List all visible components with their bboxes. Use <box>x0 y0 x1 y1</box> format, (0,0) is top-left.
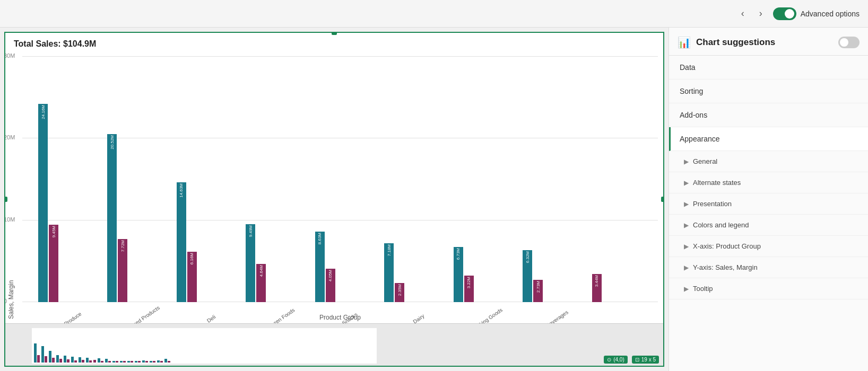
chart-suggestions-toggle[interactable] <box>838 37 860 48</box>
advanced-options-label: Advanced options <box>801 10 860 18</box>
mini-teal-extra-9 <box>164 359 167 363</box>
mini-purple-extra-0 <box>101 361 103 363</box>
bar-group-7: 6.32M2.73MBeverages <box>523 56 588 302</box>
gridline-label-20m: 20M <box>5 134 15 140</box>
sub-item-general[interactable]: ▶ General <box>669 151 868 172</box>
mini-teal-bar-6 <box>79 357 81 363</box>
mini-teal-extra-7 <box>150 361 152 363</box>
category-label-3: Frozen Foods <box>265 307 296 323</box>
mini-bar-group-3 <box>56 355 62 363</box>
menu-item-appearance[interactable]: Appearance <box>669 127 868 151</box>
mini-purple-bar-1 <box>45 356 47 363</box>
teal-bar-0[interactable]: 24.16M <box>38 104 48 302</box>
teal-bar-4[interactable]: 8.63M <box>315 232 325 302</box>
purple-bar-5[interactable]: 2.35M <box>395 283 404 302</box>
mini-purple-extra-6 <box>145 361 148 363</box>
mini-purple-extra-7 <box>153 361 155 363</box>
sub-item-alternate-states[interactable]: ▶ Alternate states <box>669 172 868 193</box>
gridline-label-30m: 30M <box>5 52 15 59</box>
mini-bar-extra-5 <box>135 361 141 363</box>
chevron-right-icon: ▶ <box>684 179 689 187</box>
sub-item-x-axis-label: X-axis: Product Group <box>693 242 761 250</box>
size-badge: ⊡ 19 x 5 <box>632 356 659 364</box>
mini-teal-extra-8 <box>157 360 160 363</box>
mini-bar-extra-1 <box>105 359 111 363</box>
chevron-right-icon: ▶ <box>684 222 689 229</box>
menu-item-data[interactable]: Data <box>669 56 868 80</box>
sub-item-presentation[interactable]: ▶ Presentation <box>669 193 868 215</box>
mini-bar-group-6 <box>79 357 84 363</box>
chart-container: Total Sales: $104.9M Sales, Margin 30M 2… <box>4 32 664 367</box>
mini-bar-extra-7 <box>150 361 155 363</box>
sub-item-general-label: General <box>693 157 717 165</box>
nav-forward-button[interactable]: › <box>755 6 767 21</box>
mini-bar-group-5 <box>71 357 77 363</box>
menu-item-appearance-label: Appearance <box>680 135 720 143</box>
mini-teal-bar-5 <box>71 357 74 363</box>
category-label-0: Produce <box>63 311 83 323</box>
sub-item-alternate-states-label: Alternate states <box>693 179 741 187</box>
teal-bar-7[interactable]: 6.32M <box>523 250 532 302</box>
status-bar: ⊙ (4,0) ⊡ 19 x 5 <box>604 356 659 364</box>
mini-bar-group-4 <box>64 356 70 363</box>
grid-icon: ⊡ <box>635 357 639 363</box>
purple-bar-2[interactable]: 6.16M <box>187 252 197 302</box>
teal-bar-2[interactable]: 14.63M <box>177 182 186 302</box>
mini-teal-extra-1 <box>105 359 108 363</box>
purple-bar-8[interactable]: 3.44M <box>592 274 602 302</box>
sub-item-colors-legend-label: Colors and legend <box>693 221 749 229</box>
bar-group-3: 9.49M4.64MFrozen Foods <box>246 56 311 302</box>
category-label-5: Dairy <box>412 313 426 323</box>
coords-text: (4,0) <box>613 357 624 363</box>
purple-bar-0[interactable]: 9.45M <box>49 225 58 302</box>
mini-bar-extra-2 <box>112 361 118 363</box>
purple-bar-6[interactable]: 3.22M <box>464 276 474 302</box>
menu-item-sorting[interactable]: Sorting <box>669 80 868 103</box>
menu-item-sorting-label: Sorting <box>680 87 703 95</box>
purple-bar-1[interactable]: 7.72M <box>118 239 127 302</box>
resize-handle-top[interactable] <box>332 32 337 35</box>
mini-bars-area <box>32 328 377 364</box>
mini-purple-bar-6 <box>82 360 84 363</box>
chevron-right-icon: ▶ <box>684 200 689 208</box>
sub-item-tooltip[interactable]: ▶ Tooltip <box>669 278 868 299</box>
main-content: Total Sales: $104.9M Sales, Margin 30M 2… <box>0 28 868 371</box>
teal-bar-5[interactable]: 7.18M <box>384 243 394 302</box>
mini-bar-group-2 <box>49 351 55 363</box>
mini-teal-bar-1 <box>41 346 44 363</box>
mini-bar-extra-0 <box>98 358 103 363</box>
chevron-right-icon: ▶ <box>684 243 689 250</box>
mini-purple-bar-8 <box>93 360 96 363</box>
purple-bar-3[interactable]: 4.64M <box>256 264 266 302</box>
mini-teal-bar-0 <box>34 343 37 363</box>
top-bar: ‹ › Advanced options <box>0 0 868 28</box>
panel-title-area: 📊 Chart suggestions <box>678 36 775 49</box>
teal-bar-6[interactable]: 6.73M <box>454 247 463 302</box>
purple-bar-4[interactable]: 4.05M <box>326 269 335 302</box>
mini-teal-bar-7 <box>86 358 89 363</box>
mini-purple-extra-2 <box>116 361 118 363</box>
mini-teal-extra-6 <box>142 360 145 363</box>
purple-bar-7[interactable]: 2.73M <box>533 280 543 302</box>
gridline-label-10m: 10M <box>5 216 15 223</box>
bars-container: 24.16M9.45MProduce20.52M7.72MCanned Prod… <box>38 56 658 302</box>
teal-bar-1[interactable]: 20.52M <box>107 134 117 302</box>
sub-item-colors-legend[interactable]: ▶ Colors and legend <box>669 215 868 236</box>
mini-teal-extra-2 <box>112 361 115 363</box>
menu-item-addons-label: Add-ons <box>680 111 707 119</box>
nav-back-button[interactable]: ‹ <box>737 6 749 21</box>
sub-item-x-axis[interactable]: ▶ X-axis: Product Group <box>669 236 868 257</box>
advanced-options-toggle[interactable] <box>773 7 796 20</box>
chart-suggestions-icon: 📊 <box>678 36 691 49</box>
menu-item-addons[interactable]: Add-ons <box>669 103 868 127</box>
mini-teal-extra-0 <box>98 358 100 363</box>
mini-bar-group-8 <box>93 360 96 363</box>
teal-bar-3[interactable]: 9.49M <box>246 224 255 302</box>
sub-item-y-axis[interactable]: ▶ Y-axis: Sales, Margin <box>669 257 868 278</box>
right-panel: 📊 Chart suggestions Data Sorting Add-ons… <box>669 28 868 371</box>
bar-group-8: 3.44M <box>592 56 658 302</box>
mini-teal-bar-2 <box>49 351 51 363</box>
category-label-7: Beverages <box>545 309 569 323</box>
gridline-label-0: 0 <box>5 298 7 304</box>
chevron-right-icon: ▶ <box>684 158 689 165</box>
